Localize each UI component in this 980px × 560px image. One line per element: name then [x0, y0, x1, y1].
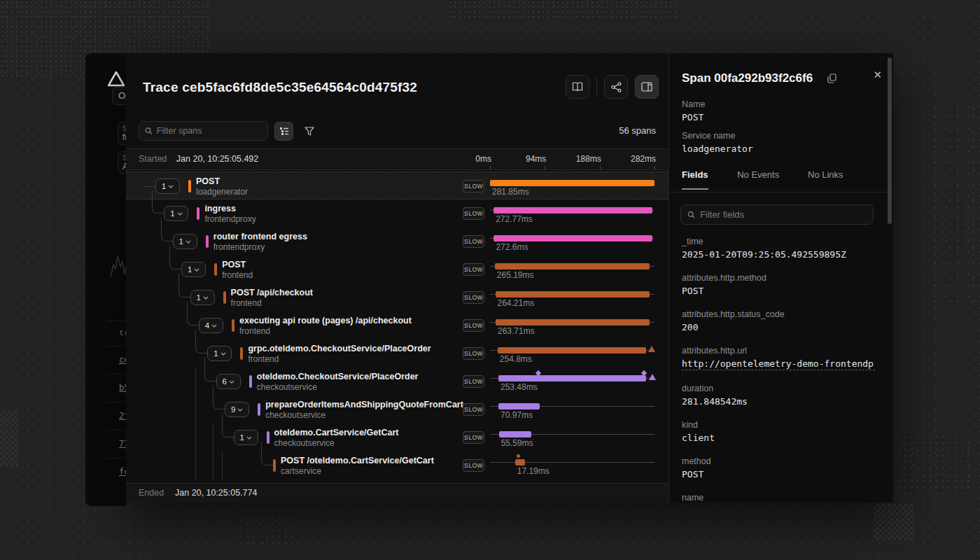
panel-scrollbar[interactable]	[888, 57, 892, 504]
span-duration-bar[interactable]	[493, 207, 652, 214]
span-expander[interactable]: 1	[181, 262, 206, 277]
tree-view-button[interactable]	[274, 122, 293, 141]
trace-link[interactable]: 777a9	[106, 430, 126, 458]
field-value: POST	[682, 286, 878, 296]
field-item[interactable]: _time2025-01-20T09:25:05.492559895Z	[682, 237, 878, 260]
span-duration-bar[interactable]	[498, 403, 540, 410]
tree-guide-line	[195, 424, 196, 451]
detail-tabs: FieldsNo EventsNo Links	[669, 169, 893, 192]
span-row[interactable]: 1oteldemo.CartService/GetCartcheckoutser…	[126, 424, 668, 451]
tree-guide-line	[195, 396, 196, 424]
filter-spans-box[interactable]	[139, 121, 268, 141]
span-duration-bar[interactable]	[495, 263, 650, 270]
axis-tick-mark	[600, 166, 601, 169]
tree-guide-line	[222, 451, 223, 479]
span-row[interactable]: POST /oteldemo.CartService/GetCartcartse…	[126, 451, 668, 479]
span-duration-bar[interactable]	[515, 459, 525, 465]
trace-viewer-modal: Trace ceb5fac6fd8de5c35e64564c0d475f32	[126, 53, 893, 503]
span-expander[interactable]: 9	[225, 402, 249, 417]
slow-badge: SLOW	[463, 459, 484, 472]
span-row[interactable]: 1POST /api/checkoutfrontendSLOW264.21ms	[126, 284, 668, 312]
trace-link[interactable]: fc1e2	[106, 458, 126, 486]
child-count: 1	[239, 433, 244, 442]
filter-fields-input[interactable]	[700, 209, 867, 220]
span-expander[interactable]: 4	[199, 318, 223, 333]
span-service: frontend	[239, 326, 270, 336]
span-row[interactable]: 1ingressfrontendproxySLOW272.77ms	[126, 200, 668, 227]
span-row[interactable]: 1router frontend egressfrontendproxySLOW…	[126, 227, 668, 255]
started-label: Started	[139, 154, 167, 164]
span-name: POST /api/checkout	[231, 288, 313, 298]
span-event-marker-icon	[517, 454, 520, 458]
field-item[interactable]: attributes.http.methodPOST	[682, 273, 878, 296]
field-item[interactable]: kindclient	[682, 420, 878, 443]
span-expander[interactable]: 1	[190, 290, 215, 305]
span-duration-label: 272.77ms	[496, 214, 533, 224]
field-item[interactable]: duration281.848542ms	[682, 384, 878, 407]
span-duration-label: 272.6ms	[496, 242, 528, 252]
slow-badge: SLOW	[463, 235, 484, 248]
docs-button[interactable]	[566, 75, 589, 99]
span-expander[interactable]: 1	[155, 178, 180, 194]
span-duration-bar[interactable]	[498, 375, 646, 382]
service-color-tick	[240, 347, 243, 360]
span-duration-bar[interactable]	[496, 291, 650, 298]
copy-span-id-button[interactable]	[827, 74, 836, 83]
span-row[interactable]: 4executing api route (pages) /api/checko…	[126, 312, 668, 340]
status-filter[interactable]: Stat All	[118, 151, 126, 174]
tree-guide-line	[213, 451, 214, 479]
span-row[interactable]: 9prepareOrderItemsAndShippingQuoteFromCa…	[126, 396, 668, 424]
service-filter[interactable]: Serv fron	[118, 122, 126, 145]
span-count: 56 spans	[619, 125, 656, 136]
chevron-down-icon	[168, 185, 174, 188]
filter-fields-box[interactable]	[680, 204, 874, 225]
field-item[interactable]: attributes.http.urlhttp://opentelemetry-…	[682, 346, 878, 370]
service-name-label: Service name	[682, 131, 753, 141]
span-duration-bar[interactable]	[490, 180, 654, 186]
span-expander[interactable]: 1	[234, 430, 258, 445]
span-duration-bar[interactable]	[499, 431, 531, 438]
side-panel-toggle-button[interactable]	[635, 75, 659, 99]
funnel-icon	[304, 127, 314, 136]
trace-link[interactable]: ceb5f	[106, 346, 126, 374]
span-name: oteldemo.CheckoutService/PlaceOrder	[257, 372, 419, 382]
tab-fields[interactable]: Fields	[682, 169, 708, 190]
span-row[interactable]: 1POSTfrontendSLOW265.19ms	[126, 255, 668, 284]
open-button[interactable]: Open	[112, 87, 126, 105]
filter-spans-input[interactable]	[157, 126, 262, 136]
span-duration-label: 17.19ms	[517, 466, 550, 476]
span-expander[interactable]: 1	[207, 346, 232, 361]
field-item[interactable]: attributes.http.status_code200	[682, 309, 878, 332]
field-item[interactable]: name	[682, 493, 878, 503]
span-duration-bar[interactable]	[496, 319, 650, 326]
span-end-marker-icon	[648, 346, 655, 352]
fields-list: _time2025-01-20T09:25:05.492559895Zattri…	[682, 237, 878, 516]
span-expander[interactable]: 6	[216, 374, 241, 389]
span-expander[interactable]: 1	[164, 206, 188, 221]
service-color-tick	[249, 375, 252, 388]
span-duration-bar[interactable]	[498, 347, 646, 354]
span-row[interactable]: 1grpc.oteldemo.CheckoutService/PlaceOrde…	[126, 340, 668, 368]
span-detail-panel: Span 00fa292b93f2c6f6 ✕ Name POST Servic…	[668, 53, 893, 503]
filter-button[interactable]	[300, 122, 318, 141]
child-count: 1	[188, 265, 192, 274]
share-button[interactable]	[604, 75, 628, 99]
span-duration-label: 70.97ms	[500, 410, 533, 420]
trace-link[interactable]: b5f66	[106, 374, 126, 402]
span-expander[interactable]: 1	[173, 234, 197, 249]
search-icon	[687, 211, 695, 219]
span-duration-bar[interactable]	[493, 235, 652, 241]
trace-header: Trace ceb5fac6fd8de5c35e64564c0d475f32	[126, 53, 668, 116]
field-item[interactable]: methodPOST	[682, 456, 878, 479]
span-name: POST /oteldemo.CartService/GetCart	[281, 456, 434, 465]
close-icon[interactable]: ✕	[873, 69, 882, 81]
service-color-tick	[188, 180, 191, 192]
span-row[interactable]: 1POSTloadgeneratorSLOW281.85ms	[126, 172, 668, 200]
service-color-tick	[258, 403, 260, 416]
span-row[interactable]: 6oteldemo.CheckoutService/PlaceOrderchec…	[126, 368, 668, 396]
tab-no-links[interactable]: No Links	[808, 169, 844, 188]
field-value-link[interactable]: http://opentelemetry-demo-frontendproxy:	[682, 358, 875, 370]
trace-link[interactable]: 2fd38	[106, 402, 126, 430]
tab-no-events[interactable]: No Events	[737, 169, 779, 188]
span-service: cartservice	[281, 466, 321, 476]
